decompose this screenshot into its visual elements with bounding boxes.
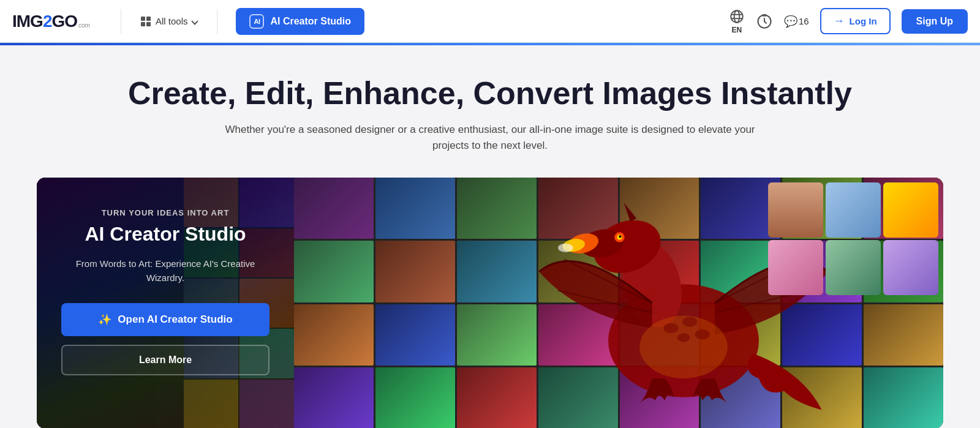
signup-label: Sign Up bbox=[916, 16, 953, 26]
banner-eyebrow: TURN YOUR IDEAS INTO ART bbox=[61, 208, 270, 217]
login-label: Log In bbox=[850, 16, 877, 26]
globe-icon bbox=[729, 9, 745, 24]
banner-card: TURN YOUR IDEAS INTO ART AI Creator Stud… bbox=[37, 178, 943, 428]
navbar: IMG2GO com All tools AI AI Creator Studi… bbox=[0, 0, 980, 43]
svg-rect-5 bbox=[762, 14, 766, 17]
svg-point-1 bbox=[734, 10, 740, 23]
nav-divider-2 bbox=[217, 9, 217, 34]
login-arrow-icon: → bbox=[834, 15, 845, 28]
open-studio-label: Open AI Creator Studio bbox=[118, 313, 232, 326]
signup-button[interactable]: Sign Up bbox=[902, 9, 968, 34]
banner-left-panel: TURN YOUR IDEAS INTO ART AI Creator Stud… bbox=[37, 178, 294, 428]
wand-icon: ✨ bbox=[98, 313, 111, 326]
language-button[interactable]: EN bbox=[729, 9, 745, 34]
logo: IMG2GO com bbox=[12, 12, 90, 31]
navbar-right: EN 💬 16 → Log In Sign Up bbox=[729, 8, 968, 34]
hero-subtitle: Whether you're a seasoned designer or a … bbox=[214, 122, 766, 153]
logo-text: IMG2GO bbox=[12, 12, 77, 31]
banner-title: AI Creator Studio bbox=[61, 223, 270, 245]
history-button[interactable] bbox=[756, 13, 773, 30]
open-studio-button[interactable]: ✨ Open AI Creator Studio bbox=[61, 303, 270, 336]
clock-icon bbox=[756, 13, 773, 30]
chat-icon: 💬 bbox=[784, 15, 797, 28]
ai-creator-nav-label: AI Creator Studio bbox=[270, 16, 351, 27]
all-tools-label: All tools bbox=[156, 16, 188, 26]
hero-title: Create, Edit, Enhance, Convert Images In… bbox=[37, 76, 943, 111]
ai-nav-icon: AI bbox=[249, 14, 264, 29]
hero-section: Create, Edit, Enhance, Convert Images In… bbox=[0, 45, 980, 428]
banner-left-content: TURN YOUR IDEAS INTO ART AI Creator Stud… bbox=[61, 208, 270, 375]
learn-more-label: Learn More bbox=[139, 355, 192, 366]
nav-divider bbox=[121, 9, 121, 34]
logo-dot: com bbox=[78, 22, 90, 29]
notification-button[interactable]: 💬 16 bbox=[784, 15, 809, 28]
banner-right-panel bbox=[294, 178, 943, 428]
portrait-grid bbox=[768, 182, 938, 295]
notification-count: 16 bbox=[799, 16, 809, 26]
svg-point-0 bbox=[731, 10, 743, 23]
banner-description: From Words to Art: Experience AI's Creat… bbox=[61, 257, 270, 285]
learn-more-button[interactable]: Learn More bbox=[61, 345, 270, 375]
all-tools-button[interactable]: All tools bbox=[134, 11, 205, 31]
grid-icon bbox=[141, 17, 151, 26]
login-button[interactable]: → Log In bbox=[820, 8, 891, 34]
ai-creator-nav-button[interactable]: AI AI Creator Studio bbox=[236, 8, 364, 35]
lang-label: EN bbox=[732, 26, 742, 34]
chevron-down-icon bbox=[192, 18, 198, 24]
